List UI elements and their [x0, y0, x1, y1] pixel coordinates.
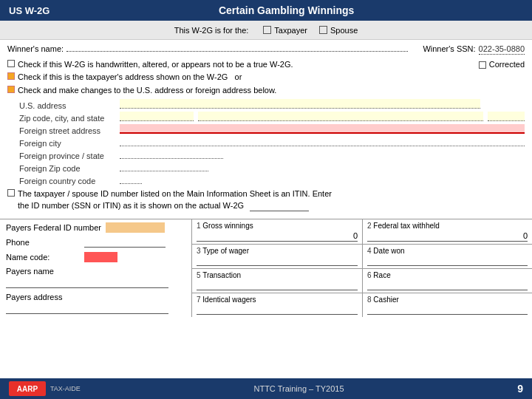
foreign-province-row: Foreign province / state: [19, 149, 525, 160]
box2-num: 2: [367, 222, 372, 230]
box5-label: Transaction: [202, 271, 241, 279]
taxpayer-radio-box[interactable]: [263, 26, 271, 34]
for-line: This W-2G is for the: Taxpayer Spouse: [0, 21, 532, 40]
winner-ssn-label: Winner's SSN:: [423, 44, 475, 53]
foreign-city-input[interactable]: [120, 137, 525, 146]
taxpayer-radio[interactable]: Taxpayer: [263, 26, 307, 35]
box2-label: Federal tax withheld: [373, 222, 440, 230]
name-code-row: Name code:: [6, 252, 185, 262]
box1-value[interactable]: 0: [197, 231, 358, 242]
right-row-1: 1 Gross winnings 0 2 Federal tax withhel…: [192, 219, 532, 245]
itin-text-line2: the ID number (SSN or ITIN) as it is sho…: [18, 200, 332, 211]
winner-row: Winner's name: Winner's SSN: 022-35-0880: [7, 44, 525, 55]
zip-city-row: Zip code, city, and state: [19, 112, 525, 123]
box8-label: Cashier: [373, 296, 398, 304]
spouse-radio[interactable]: Spouse: [319, 26, 358, 35]
right-row-3: 5 Transaction 6 Race: [192, 269, 532, 293]
foreign-country-row: Foreign country code: [19, 174, 525, 185]
bottom-grid: Payers Federal ID number Phone Name code…: [0, 219, 532, 317]
checkbox-row-1: Check if this W-2G is handwritten, alter…: [7, 59, 525, 70]
state-input[interactable]: [488, 112, 525, 121]
us-address-input[interactable]: [120, 99, 480, 109]
footer-page-number: 9: [517, 383, 523, 395]
federal-id-label: Payers Federal ID number: [6, 223, 101, 232]
address-fields: U.S. address Zip code, city, and state F…: [19, 99, 525, 185]
box8-input[interactable]: [367, 305, 528, 315]
foreign-city-label: Foreign city: [19, 139, 115, 148]
box2-value[interactable]: 0: [367, 231, 528, 242]
page-header: US W-2G Certain Gambling Winnings: [0, 0, 532, 21]
foreign-city-row: Foreign city: [19, 137, 525, 148]
federal-id-row: Payers Federal ID number: [6, 222, 185, 233]
foreign-zip-input[interactable]: [120, 162, 208, 171]
spouse-label: Spouse: [330, 26, 358, 35]
itin-checkbox[interactable]: [7, 189, 15, 197]
foreign-province-input[interactable]: [120, 149, 223, 159]
footer-left: AARP TAX-AIDE: [9, 381, 81, 396]
phone-row: Phone: [6, 237, 185, 248]
checkbox-section: Check if this W-2G is handwritten, alter…: [7, 59, 525, 96]
box6-cell: 6 Race: [362, 269, 532, 293]
corrected-label: Corrected: [479, 59, 525, 70]
box3-label: Type of wager: [202, 247, 249, 255]
box1-cell: 1 Gross winnings 0: [192, 219, 362, 244]
right-row-2: 3 Type of wager 4 Date won: [192, 245, 532, 269]
page-footer: AARP TAX-AIDE NTTC Training – TY2015 9: [0, 378, 532, 399]
phone-input[interactable]: [84, 237, 166, 248]
itin-input[interactable]: [250, 202, 309, 211]
box4-input[interactable]: [367, 256, 528, 266]
checkbox-1-text: Check if this W-2G is handwritten, alter…: [18, 59, 293, 70]
box7-label: Identical wagers: [202, 296, 256, 304]
payers-address-section: Payers address: [6, 293, 185, 314]
itin-text-line1: The taxpayer / spouse ID number listed o…: [18, 188, 332, 200]
box6-input[interactable]: [367, 281, 528, 290]
payers-address-input[interactable]: [6, 304, 168, 314]
winner-name-field: Winner's name:: [7, 44, 408, 53]
footer-center: NTTC Training – TY2015: [253, 384, 344, 393]
foreign-zip-row: Foreign Zip code: [19, 162, 525, 173]
payers-name-input[interactable]: [6, 278, 168, 288]
zip-input[interactable]: [120, 112, 194, 121]
box7-input[interactable]: [197, 305, 358, 315]
winner-name-input[interactable]: [66, 51, 408, 52]
city-input[interactable]: [198, 112, 483, 121]
payers-name-label: Payers name: [6, 267, 185, 276]
box1-num: 1: [197, 222, 201, 230]
checkbox-row-3: Check and make changes to the U.S. addre…: [7, 85, 525, 96]
foreign-country-input[interactable]: [120, 174, 142, 184]
winner-ssn-field: Winner's SSN: 022-35-0880: [423, 44, 525, 55]
box6-num: 6: [367, 271, 372, 279]
box5-cell: 5 Transaction: [192, 269, 362, 293]
payers-name-section: Payers name: [6, 267, 185, 288]
foreign-street-input[interactable]: [120, 124, 525, 134]
box4-cell: 4 Date won: [362, 245, 532, 268]
box3-num: 3: [197, 247, 201, 255]
box6-label: Race: [373, 271, 390, 279]
corrected-text: Corrected: [489, 59, 525, 70]
checkbox-1[interactable]: [7, 60, 15, 67]
zip-city-label: Zip code, city, and state: [19, 114, 115, 123]
foreign-street-row: Foreign street address: [19, 124, 525, 135]
checkbox-2[interactable]: [7, 72, 15, 80]
us-address-row: U.S. address: [19, 99, 525, 110]
federal-id-input[interactable]: [106, 222, 165, 233]
box7-num: 7: [197, 296, 201, 304]
corrected-checkbox[interactable]: [479, 61, 486, 69]
box5-input[interactable]: [197, 281, 358, 290]
foreign-country-label: Foreign country code: [19, 177, 115, 185]
box1-label: Gross winnings: [202, 222, 253, 230]
name-code-label: Name code:: [6, 253, 80, 262]
checkbox-3-text: Check and make changes to the U.S. addre…: [18, 85, 276, 96]
for-label: This W-2G is for the:: [174, 26, 249, 35]
box3-input[interactable]: [197, 256, 358, 266]
checkbox-2-text: Check if this is the taxpayer's address …: [18, 72, 242, 83]
box8-cell: 8 Cashier: [362, 293, 532, 317]
checkbox-3[interactable]: [7, 86, 15, 93]
box3-cell: 3 Type of wager: [192, 245, 362, 268]
itin-row: The taxpayer / spouse ID number listed o…: [7, 188, 525, 211]
foreign-zip-label: Foreign Zip code: [19, 164, 115, 173]
name-code-input[interactable]: [84, 252, 117, 262]
main-content: Winner's name: Winner's SSN: 022-35-0880…: [0, 40, 532, 216]
winner-ssn-value[interactable]: 022-35-0880: [479, 44, 525, 55]
spouse-radio-box[interactable]: [319, 26, 327, 34]
